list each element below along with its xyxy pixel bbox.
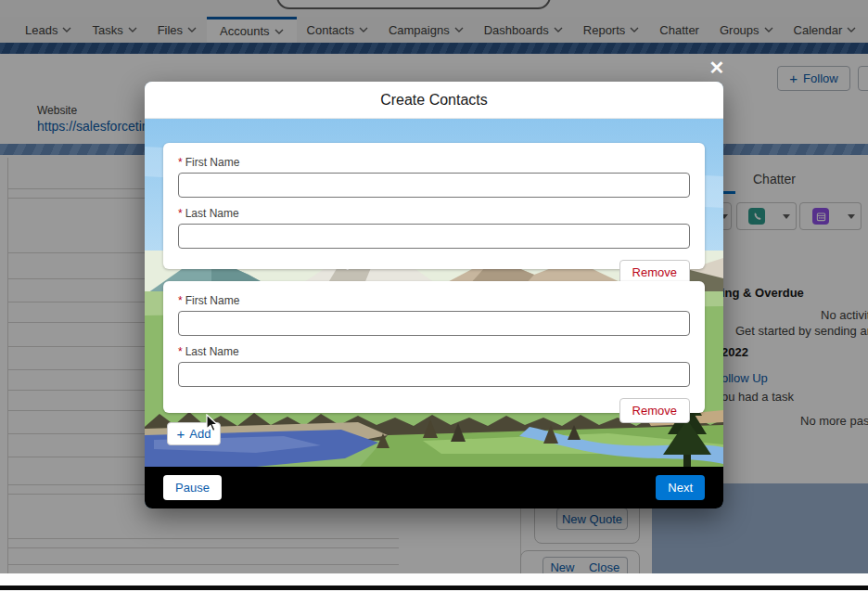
bottom-black-bar <box>0 586 868 590</box>
first-name-label: *First Name <box>178 294 690 307</box>
required-asterisk: * <box>178 156 183 169</box>
last-name-input-1[interactable] <box>178 224 690 249</box>
contact-card-1: *First Name *Last Name Remove <box>163 143 705 269</box>
create-contacts-modal: Create Contacts <box>145 82 723 508</box>
remove-button-2[interactable]: Remove <box>619 398 690 423</box>
plus-icon: + <box>177 426 185 442</box>
required-asterisk: * <box>178 294 183 307</box>
last-name-label: *Last Name <box>178 207 690 220</box>
next-button[interactable]: Next <box>656 475 705 500</box>
last-name-input-2[interactable] <box>178 362 690 387</box>
contact-card-2: *First Name *Last Name Remove <box>163 281 705 413</box>
screen: Leads Tasks Files Accounts Contacts Camp… <box>0 0 868 592</box>
modal-title: Create Contacts <box>380 92 488 109</box>
last-name-label: *Last Name <box>178 345 690 358</box>
pause-button[interactable]: Pause <box>163 475 222 500</box>
modal-header: Create Contacts <box>145 82 723 119</box>
required-asterisk: * <box>178 345 183 358</box>
required-asterisk: * <box>178 207 183 220</box>
first-name-input-2[interactable] <box>178 311 690 336</box>
modal-body: *First Name *Last Name Remove *First Nam… <box>145 119 723 467</box>
mouse-cursor <box>206 414 219 432</box>
close-icon[interactable]: ✕ <box>707 58 727 78</box>
first-name-label: *First Name <box>178 156 690 169</box>
bottom-white-strip <box>0 573 868 586</box>
first-name-input-1[interactable] <box>178 173 690 198</box>
modal-footer: Pause Next <box>145 467 723 508</box>
